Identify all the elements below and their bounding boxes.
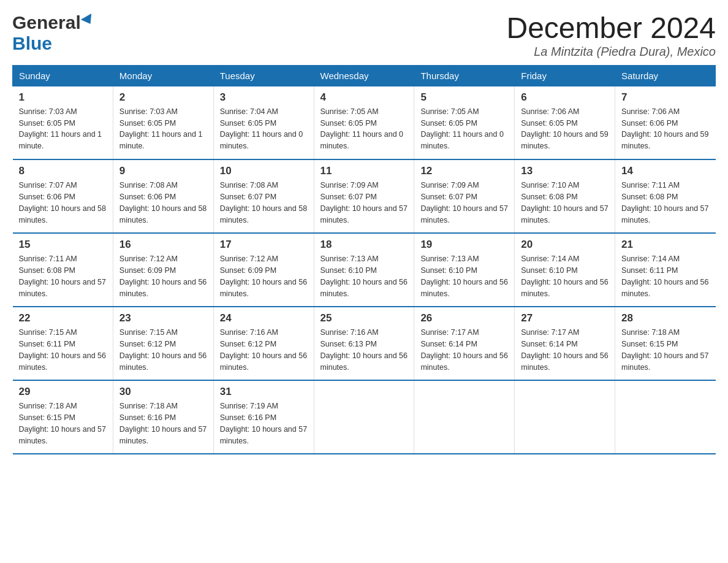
calendar-cell: 23 Sunrise: 7:15 AM Sunset: 6:12 PM Dayl… — [113, 307, 213, 380]
day-number: 15 — [19, 239, 107, 251]
calendar-cell: 27 Sunrise: 7:17 AM Sunset: 6:14 PM Dayl… — [515, 307, 615, 380]
day-number: 3 — [220, 91, 308, 104]
day-info: Sunrise: 7:03 AM Sunset: 6:05 PM Dayligh… — [19, 106, 107, 152]
day-number: 14 — [621, 165, 709, 177]
day-info: Sunrise: 7:06 AM Sunset: 6:06 PM Dayligh… — [621, 106, 709, 152]
day-number: 25 — [320, 312, 408, 324]
calendar-cell: 24 Sunrise: 7:16 AM Sunset: 6:12 PM Dayl… — [213, 307, 314, 380]
calendar-cell: 3 Sunrise: 7:04 AM Sunset: 6:05 PM Dayli… — [213, 86, 314, 159]
calendar-cell — [615, 380, 716, 454]
day-info: Sunrise: 7:14 AM Sunset: 6:10 PM Dayligh… — [521, 253, 609, 299]
day-number: 22 — [19, 312, 107, 324]
page-header: General Blue December 2024 La Mintzita (… — [12, 12, 716, 59]
calendar-cell: 19 Sunrise: 7:13 AM Sunset: 6:10 PM Dayl… — [414, 233, 515, 307]
calendar-cell: 4 Sunrise: 7:05 AM Sunset: 6:05 PM Dayli… — [314, 86, 414, 159]
calendar-week-row: 29 Sunrise: 7:18 AM Sunset: 6:15 PM Dayl… — [13, 380, 716, 454]
day-info: Sunrise: 7:03 AM Sunset: 6:05 PM Dayligh… — [119, 106, 207, 152]
logo-blue-text: Blue — [12, 33, 52, 53]
day-info: Sunrise: 7:19 AM Sunset: 6:16 PM Dayligh… — [220, 400, 308, 446]
calendar-cell — [515, 380, 615, 454]
day-number: 29 — [19, 386, 107, 398]
calendar-cell: 18 Sunrise: 7:13 AM Sunset: 6:10 PM Dayl… — [314, 233, 414, 307]
calendar-week-row: 1 Sunrise: 7:03 AM Sunset: 6:05 PM Dayli… — [13, 86, 716, 159]
day-number: 17 — [220, 239, 308, 251]
calendar-cell: 17 Sunrise: 7:12 AM Sunset: 6:09 PM Dayl… — [213, 233, 314, 307]
calendar-cell: 6 Sunrise: 7:06 AM Sunset: 6:05 PM Dayli… — [515, 86, 615, 159]
calendar-cell: 13 Sunrise: 7:10 AM Sunset: 6:08 PM Dayl… — [515, 159, 615, 233]
day-info: Sunrise: 7:16 AM Sunset: 6:12 PM Dayligh… — [220, 327, 308, 373]
weekday-header-tuesday: Tuesday — [213, 65, 314, 86]
day-number: 19 — [420, 239, 508, 251]
month-year-title: December 2024 — [506, 12, 716, 45]
weekday-header-row: SundayMondayTuesdayWednesdayThursdayFrid… — [13, 65, 716, 86]
day-info: Sunrise: 7:09 AM Sunset: 6:07 PM Dayligh… — [420, 180, 508, 226]
day-info: Sunrise: 7:05 AM Sunset: 6:05 PM Dayligh… — [320, 106, 408, 152]
calendar-cell: 21 Sunrise: 7:14 AM Sunset: 6:11 PM Dayl… — [615, 233, 716, 307]
day-number: 16 — [119, 239, 207, 251]
calendar-week-row: 8 Sunrise: 7:07 AM Sunset: 6:06 PM Dayli… — [13, 159, 716, 233]
day-number: 20 — [521, 239, 609, 251]
day-number: 9 — [119, 165, 207, 177]
logo-triangle-icon — [81, 13, 96, 27]
day-number: 23 — [119, 312, 207, 324]
day-info: Sunrise: 7:09 AM Sunset: 6:07 PM Dayligh… — [320, 180, 408, 226]
weekday-header-friday: Friday — [515, 65, 615, 86]
day-number: 13 — [521, 165, 609, 177]
day-number: 26 — [420, 312, 508, 324]
calendar-cell: 29 Sunrise: 7:18 AM Sunset: 6:15 PM Dayl… — [13, 380, 113, 454]
day-info: Sunrise: 7:18 AM Sunset: 6:16 PM Dayligh… — [119, 400, 207, 446]
day-number: 28 — [621, 312, 709, 324]
day-info: Sunrise: 7:11 AM Sunset: 6:08 PM Dayligh… — [621, 180, 709, 226]
day-info: Sunrise: 7:15 AM Sunset: 6:11 PM Dayligh… — [19, 327, 107, 373]
day-info: Sunrise: 7:15 AM Sunset: 6:12 PM Dayligh… — [119, 327, 207, 373]
day-number: 24 — [220, 312, 308, 324]
day-number: 11 — [320, 165, 408, 177]
calendar-cell: 9 Sunrise: 7:08 AM Sunset: 6:06 PM Dayli… — [113, 159, 213, 233]
day-info: Sunrise: 7:17 AM Sunset: 6:14 PM Dayligh… — [521, 327, 609, 373]
day-number: 27 — [521, 312, 609, 324]
day-number: 12 — [420, 165, 508, 177]
calendar-week-row: 22 Sunrise: 7:15 AM Sunset: 6:11 PM Dayl… — [13, 307, 716, 380]
day-info: Sunrise: 7:18 AM Sunset: 6:15 PM Dayligh… — [19, 400, 107, 446]
weekday-header-saturday: Saturday — [615, 65, 716, 86]
day-info: Sunrise: 7:18 AM Sunset: 6:15 PM Dayligh… — [621, 327, 709, 373]
location-subtitle: La Mintzita (Piedra Dura), Mexico — [506, 45, 716, 59]
weekday-header-sunday: Sunday — [13, 65, 113, 86]
calendar-cell — [414, 380, 515, 454]
calendar-cell: 12 Sunrise: 7:09 AM Sunset: 6:07 PM Dayl… — [414, 159, 515, 233]
calendar-cell: 22 Sunrise: 7:15 AM Sunset: 6:11 PM Dayl… — [13, 307, 113, 380]
logo: General Blue — [12, 12, 94, 54]
day-number: 8 — [19, 165, 107, 177]
calendar-cell: 15 Sunrise: 7:11 AM Sunset: 6:08 PM Dayl… — [13, 233, 113, 307]
calendar-cell: 1 Sunrise: 7:03 AM Sunset: 6:05 PM Dayli… — [13, 86, 113, 159]
calendar-cell: 31 Sunrise: 7:19 AM Sunset: 6:16 PM Dayl… — [213, 380, 314, 454]
calendar-cell: 25 Sunrise: 7:16 AM Sunset: 6:13 PM Dayl… — [314, 307, 414, 380]
day-info: Sunrise: 7:10 AM Sunset: 6:08 PM Dayligh… — [521, 180, 609, 226]
day-info: Sunrise: 7:12 AM Sunset: 6:09 PM Dayligh… — [220, 253, 308, 299]
calendar-cell: 14 Sunrise: 7:11 AM Sunset: 6:08 PM Dayl… — [615, 159, 716, 233]
day-number: 18 — [320, 239, 408, 251]
day-info: Sunrise: 7:11 AM Sunset: 6:08 PM Dayligh… — [19, 253, 107, 299]
day-info: Sunrise: 7:08 AM Sunset: 6:07 PM Dayligh… — [220, 180, 308, 226]
day-number: 1 — [19, 91, 107, 104]
day-number: 5 — [420, 91, 508, 104]
day-number: 10 — [220, 165, 308, 177]
calendar-cell — [314, 380, 414, 454]
day-info: Sunrise: 7:16 AM Sunset: 6:13 PM Dayligh… — [320, 327, 408, 373]
calendar-table: SundayMondayTuesdayWednesdayThursdayFrid… — [12, 65, 716, 455]
weekday-header-wednesday: Wednesday — [314, 65, 414, 86]
day-info: Sunrise: 7:13 AM Sunset: 6:10 PM Dayligh… — [320, 253, 408, 299]
calendar-body: 1 Sunrise: 7:03 AM Sunset: 6:05 PM Dayli… — [13, 86, 716, 454]
weekday-header-monday: Monday — [113, 65, 213, 86]
calendar-week-row: 15 Sunrise: 7:11 AM Sunset: 6:08 PM Dayl… — [13, 233, 716, 307]
day-info: Sunrise: 7:04 AM Sunset: 6:05 PM Dayligh… — [220, 106, 308, 152]
calendar-cell: 2 Sunrise: 7:03 AM Sunset: 6:05 PM Dayli… — [113, 86, 213, 159]
calendar-header: SundayMondayTuesdayWednesdayThursdayFrid… — [13, 65, 716, 86]
calendar-cell: 7 Sunrise: 7:06 AM Sunset: 6:06 PM Dayli… — [615, 86, 716, 159]
calendar-cell: 10 Sunrise: 7:08 AM Sunset: 6:07 PM Dayl… — [213, 159, 314, 233]
day-info: Sunrise: 7:06 AM Sunset: 6:05 PM Dayligh… — [521, 106, 609, 152]
calendar-cell: 5 Sunrise: 7:05 AM Sunset: 6:05 PM Dayli… — [414, 86, 515, 159]
day-info: Sunrise: 7:05 AM Sunset: 6:05 PM Dayligh… — [420, 106, 508, 152]
day-info: Sunrise: 7:07 AM Sunset: 6:06 PM Dayligh… — [19, 180, 107, 226]
calendar-cell: 30 Sunrise: 7:18 AM Sunset: 6:16 PM Dayl… — [113, 380, 213, 454]
